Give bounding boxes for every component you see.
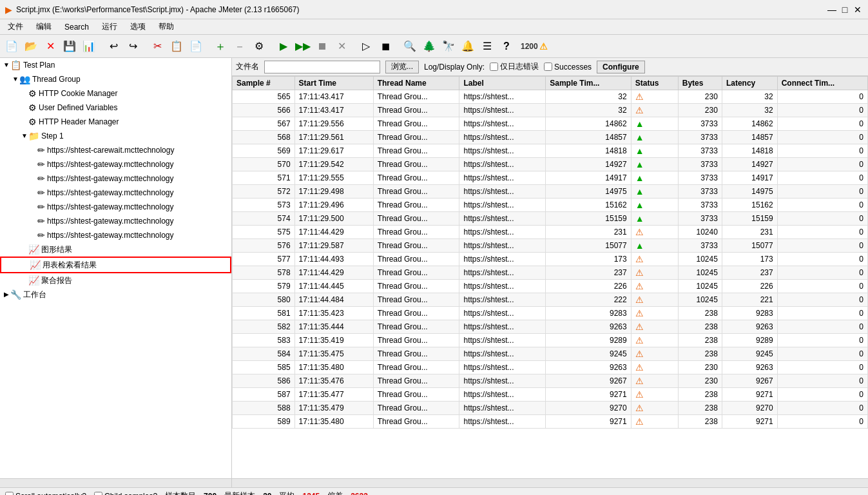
minus-button[interactable]: － [231,37,249,55]
bottom-scrollbar[interactable] [0,478,868,487]
successes-checkbox[interactable] [544,63,552,71]
table-row[interactable]: 57117:11:29.555Thread Grou...https://sht… [233,171,868,185]
tree-item-url7[interactable]: ✏https://shtest-gateway.mcttechnology [0,228,231,242]
settings-button[interactable]: ⚙ [250,37,268,55]
cell-0-2: Thread Grou... [373,90,459,104]
left-scroll[interactable] [0,479,232,487]
tree-item-thread-group[interactable]: ▼👥Thread Group [0,72,231,86]
add-button[interactable]: ＋ [211,37,229,55]
child-samples-checkbox[interactable] [94,492,102,495]
tree-item-http-cookie[interactable]: ⚙HTTP Cookie Manager [0,86,231,101]
table-row[interactable]: 58217:11:35.444Thread Grou...https://sht… [233,320,868,334]
paste-button[interactable]: 📄 [187,37,205,55]
tree-item-http-header[interactable]: ⚙HTTP Header Manager [0,115,231,129]
table-row[interactable]: 57217:11:29.498Thread Grou...https://sht… [233,185,868,199]
cut-button[interactable]: ✂ [148,37,166,55]
right-scroll[interactable] [232,479,868,487]
save-button[interactable]: 💾 [61,37,79,55]
stop-button[interactable]: ⏹ [313,37,331,55]
tree-item-test-plan[interactable]: ▼📋Test Plan [0,58,231,72]
close-button2[interactable]: ✕ [41,37,59,55]
col-header-5[interactable]: Status [631,77,678,90]
col-header-3[interactable]: Label [459,77,546,90]
expand-arrow[interactable]: ▼ [21,130,28,142]
col-header-6[interactable]: Bytes [678,77,722,90]
table-row[interactable]: 58417:11:35.475Thread Grou...https://sht… [233,347,868,361]
col-header-1[interactable]: Start Time [294,77,373,90]
filename-input[interactable] [264,61,380,73]
col-header-2[interactable]: Thread Name [373,77,459,90]
menu-item-选项[interactable]: 选项 [125,20,151,34]
table-row[interactable]: 56917:11:29.617Thread Grou...https://sht… [233,144,868,158]
table-row[interactable]: 57017:11:29.542Thread Grou...https://sht… [233,158,868,171]
table-row[interactable]: 57717:11:44.493Thread Grou...https://sht… [233,253,868,266]
log-errors-checkbox[interactable] [490,63,498,71]
expand-arrow[interactable]: ▼ [12,73,19,85]
tree-item-table-result[interactable]: 📈用表检索看结果 [0,257,231,273]
copy-button[interactable]: 📋 [168,37,186,55]
help-button[interactable]: ? [497,37,516,55]
undo-button[interactable]: ↩ [104,37,122,55]
expand-arrow[interactable]: ▶ [3,289,10,300]
remote-stop-button[interactable]: ◼ [376,37,394,55]
tree-item-graph-result[interactable]: 📈图形结果 [0,242,231,257]
tree-item-aggregate[interactable]: 📈聚合报告 [0,273,231,287]
table-row[interactable]: 57517:11:44.429Thread Grou...https://sht… [233,226,868,239]
tree-item-step1[interactable]: ▼📁Step 1 [0,129,231,143]
new-button[interactable]: 📄 [3,37,21,55]
table-row[interactable]: 58617:11:35.476Thread Grou...https://sht… [233,374,868,388]
col-header-4[interactable]: Sample Tim... [546,77,631,90]
table-row[interactable]: 56617:11:43.417Thread Grou...https://sht… [233,104,868,117]
list-toolbar-button[interactable]: ☰ [478,37,496,55]
menu-item-编辑[interactable]: 编辑 [31,20,57,34]
search-toolbar-button[interactable]: 🔍 [401,37,419,55]
close-button[interactable]: ✕ [853,5,863,15]
col-header-8[interactable]: Connect Tim... [777,77,867,90]
table-row[interactable]: 56517:11:43.417Thread Grou...https://sht… [233,90,868,104]
scroll-auto-checkbox[interactable] [5,492,14,495]
open-button[interactable]: 📂 [22,37,40,55]
tree-item-user-vars[interactable]: ⚙User Defined Variables [0,101,231,115]
redo-button[interactable]: ↪ [124,37,142,55]
table-row[interactable]: 57617:11:29.587Thread Grou...https://sht… [233,239,868,253]
saveas-button[interactable]: 📊 [80,37,98,55]
tree-item-url3[interactable]: ✏https://shtest-gateway.mcttechnology [0,171,231,186]
tree-item-workbench[interactable]: ▶🔧工作台 [0,287,231,302]
run-button[interactable]: ▶ [275,37,293,55]
table-row[interactable]: 57817:11:44.429Thread Grou...https://sht… [233,266,868,280]
col-header-0[interactable]: Sample # [233,77,295,90]
configure-button[interactable]: Configure [597,61,645,73]
table-row[interactable]: 58017:11:44.484Thread Grou...https://sht… [233,293,868,307]
menu-item-运行[interactable]: 运行 [97,20,122,34]
minimize-button[interactable]: — [827,5,837,15]
bell-button[interactable]: 🔔 [459,37,477,55]
table-row[interactable]: 58917:11:35.480Thread Grou...https://sht… [233,415,868,429]
tree-item-url5[interactable]: ✏https://shtest-gateway.mcttechnology [0,200,231,214]
table-row[interactable]: 57917:11:44.445Thread Grou...https://sht… [233,280,868,293]
table-row[interactable]: 58817:11:35.479Thread Grou...https://sht… [233,402,868,415]
table-row[interactable]: 58117:11:35.423Thread Grou...https://sht… [233,307,868,320]
table-row[interactable]: 58517:11:35.480Thread Grou...https://sht… [233,361,868,374]
menu-item-文件[interactable]: 文件 [3,20,28,34]
tree-item-url6[interactable]: ✏https://shtest-gateway.mcttechnology [0,214,231,228]
menu-item-帮助[interactable]: 帮助 [153,20,179,34]
tree-item-url2[interactable]: ✏https://shtest-gateway.mcttechnology [0,157,231,171]
col-header-7[interactable]: Latency [722,77,777,90]
run-remote-button[interactable]: ▶▶ [294,37,312,55]
menu-item-Search[interactable]: Search [59,21,94,33]
binoculars-button[interactable]: 🔭 [439,37,458,55]
table-row[interactable]: 56717:11:29.556Thread Grou...https://sht… [233,117,868,131]
expand-arrow[interactable]: ▼ [3,59,10,71]
tree-item-url4[interactable]: ✏https://shtest-gateway.mcttechnology [0,186,231,200]
table-row[interactable]: 56817:11:29.561Thread Grou...https://sht… [233,131,868,144]
table-row[interactable]: 58717:11:35.477Thread Grou...https://sht… [233,388,868,402]
table-row[interactable]: 58317:11:35.419Thread Grou...https://sht… [233,334,868,347]
tree-toolbar-button[interactable]: 🌲 [420,37,438,55]
tree-item-url1[interactable]: ✏https://shtest-carewait.mcttechnology [0,143,231,157]
stop-now-button[interactable]: ✕ [333,37,351,55]
browse-button[interactable]: 浏览... [385,61,419,73]
table-row[interactable]: 57317:11:29.496Thread Grou...https://sht… [233,199,868,212]
maximize-button[interactable]: □ [840,5,850,15]
remote-start-button[interactable]: ▷ [357,37,375,55]
table-row[interactable]: 57417:11:29.500Thread Grou...https://sht… [233,212,868,226]
